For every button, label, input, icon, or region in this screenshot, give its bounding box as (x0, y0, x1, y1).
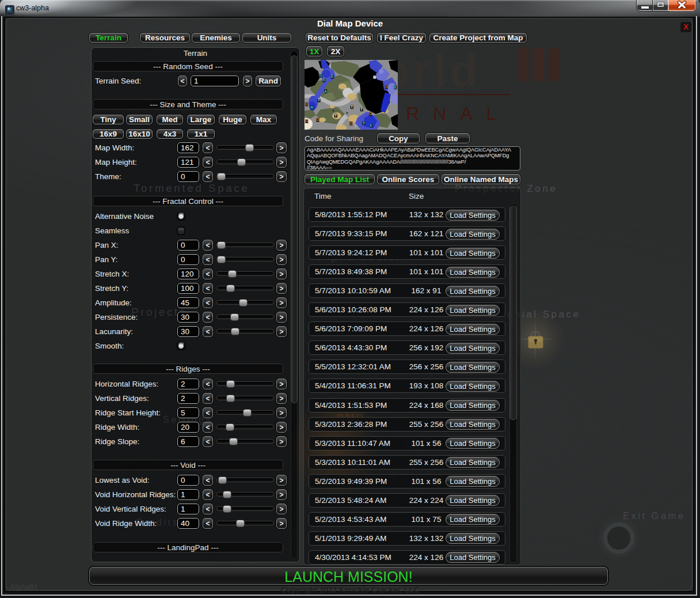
svg-text:E: E (323, 78, 326, 82)
svg-text:O: O (369, 112, 372, 116)
svg-text:S: S (319, 73, 322, 77)
svg-text:O: O (349, 122, 352, 126)
svg-text:O: O (305, 102, 308, 106)
svg-text:5: 5 (363, 121, 365, 125)
svg-text:O: O (316, 118, 319, 122)
svg-text:E: E (394, 85, 397, 89)
svg-text:A: A (324, 89, 327, 93)
svg-text:T: T (318, 98, 320, 102)
svg-text:O: O (305, 119, 308, 123)
svg-text:O: O (385, 85, 388, 89)
svg-text:T: T (351, 105, 353, 109)
svg-text:R: R (310, 105, 313, 109)
svg-text:T: T (360, 107, 363, 111)
svg-text:E: E (331, 74, 334, 78)
svg-text:T: T (334, 113, 337, 118)
svg-text:E: E (370, 123, 373, 127)
